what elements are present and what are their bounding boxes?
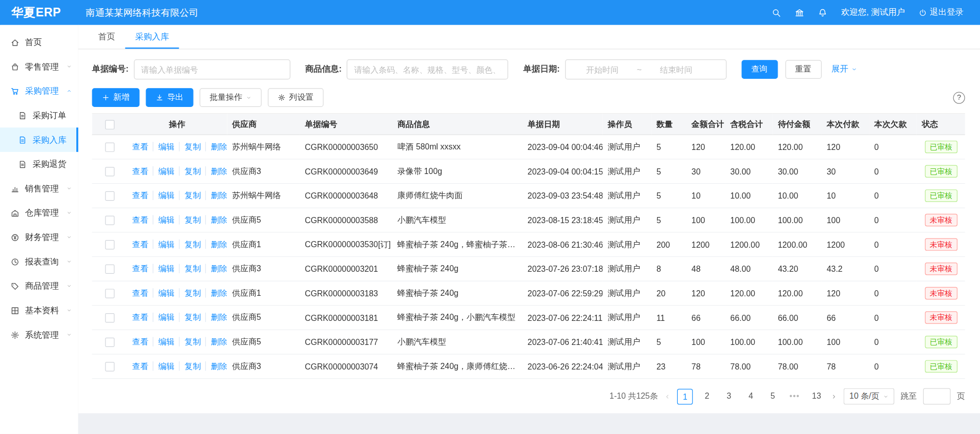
sidebar-item-retail[interactable]: 零售管理 bbox=[0, 54, 78, 79]
expand-link[interactable]: 展开 bbox=[831, 64, 857, 75]
delete-link[interactable]: 删除 bbox=[205, 337, 227, 346]
row-checkbox[interactable] bbox=[105, 215, 114, 225]
page-button-last[interactable]: 13 bbox=[809, 388, 825, 404]
copy-link[interactable]: 复制 bbox=[179, 361, 201, 371]
edit-link[interactable]: 编辑 bbox=[153, 166, 175, 176]
export-button[interactable]: 导出 bbox=[146, 88, 194, 107]
tab-home[interactable]: 首页 bbox=[88, 25, 125, 49]
copy-link[interactable]: 复制 bbox=[179, 337, 201, 346]
next-page-button[interactable] bbox=[830, 393, 837, 400]
batch-actions-button[interactable]: 批量操作 bbox=[200, 88, 262, 107]
logout-button[interactable]: 退出登录 bbox=[919, 7, 964, 18]
cell-paid: 66 bbox=[822, 306, 869, 330]
row-checkbox[interactable] bbox=[105, 362, 114, 371]
view-link[interactable]: 查看 bbox=[132, 142, 149, 151]
row-checkbox[interactable] bbox=[105, 289, 114, 298]
row-checkbox[interactable] bbox=[105, 240, 114, 249]
row-checkbox[interactable] bbox=[105, 191, 114, 201]
cell-operator: 测试用户 bbox=[602, 135, 651, 159]
page-ellipsis[interactable]: ••• bbox=[787, 388, 803, 404]
copy-link[interactable]: 复制 bbox=[179, 288, 201, 297]
row-checkbox[interactable] bbox=[105, 143, 114, 152]
reset-button[interactable]: 重置 bbox=[785, 60, 821, 79]
sidebar-item-basic-data[interactable]: 基本资料 bbox=[0, 298, 78, 323]
view-link[interactable]: 查看 bbox=[132, 166, 149, 176]
delete-link[interactable]: 删除 bbox=[205, 142, 227, 151]
edit-link[interactable]: 编辑 bbox=[153, 264, 175, 273]
sidebar-item-home[interactable]: 首页 bbox=[0, 30, 78, 55]
view-link[interactable]: 查看 bbox=[132, 337, 149, 346]
date-range-picker[interactable]: ~ bbox=[565, 59, 726, 79]
sidebar-item-report[interactable]: 报表查询 bbox=[0, 249, 78, 274]
copy-link[interactable]: 复制 bbox=[179, 142, 201, 151]
select-all-checkbox[interactable] bbox=[105, 120, 114, 129]
help-icon[interactable]: ? bbox=[953, 92, 965, 103]
copy-link[interactable]: 复制 bbox=[179, 166, 201, 176]
page-button-3[interactable]: 3 bbox=[721, 388, 737, 404]
delete-link[interactable]: 删除 bbox=[205, 191, 227, 200]
edit-link[interactable]: 编辑 bbox=[153, 240, 175, 249]
goods-input[interactable] bbox=[347, 59, 508, 79]
edit-link[interactable]: 编辑 bbox=[153, 313, 175, 322]
view-link[interactable]: 查看 bbox=[132, 240, 149, 249]
cell-unpaid: 120.00 bbox=[773, 135, 822, 159]
sidebar-item-purchase-order[interactable]: 采购订单 bbox=[0, 103, 78, 128]
sidebar-item-warehouse[interactable]: 仓库管理 bbox=[0, 201, 78, 225]
copy-link[interactable]: 复制 bbox=[179, 264, 201, 273]
delete-link[interactable]: 删除 bbox=[205, 166, 227, 176]
copy-link[interactable]: 复制 bbox=[179, 191, 201, 200]
edit-link[interactable]: 编辑 bbox=[153, 215, 175, 224]
view-link[interactable]: 查看 bbox=[132, 361, 149, 371]
copy-link[interactable]: 复制 bbox=[179, 215, 201, 224]
date-start-input[interactable] bbox=[570, 64, 634, 74]
delete-link[interactable]: 删除 bbox=[205, 361, 227, 371]
edit-link[interactable]: 编辑 bbox=[153, 191, 175, 200]
row-checkbox[interactable] bbox=[105, 265, 114, 274]
view-link[interactable]: 查看 bbox=[132, 215, 149, 224]
view-link[interactable]: 查看 bbox=[132, 313, 149, 322]
row-checkbox[interactable] bbox=[105, 313, 114, 322]
sidebar-item-goods[interactable]: 商品管理 bbox=[0, 274, 78, 298]
page-button-5[interactable]: 5 bbox=[765, 388, 781, 404]
sidebar-item-finance[interactable]: 财务管理 bbox=[0, 225, 78, 250]
date-end-input[interactable] bbox=[644, 64, 708, 74]
delete-link[interactable]: 删除 bbox=[205, 288, 227, 297]
row-actions: 查看编辑复制删除 bbox=[127, 135, 227, 159]
copy-link[interactable]: 复制 bbox=[179, 240, 201, 249]
add-button[interactable]: 新增 bbox=[92, 88, 140, 107]
page-button-2[interactable]: 2 bbox=[699, 388, 715, 404]
edit-link[interactable]: 编辑 bbox=[153, 142, 175, 151]
sidebar-item-purchase[interactable]: 采购管理 bbox=[0, 79, 78, 103]
edit-link[interactable]: 编辑 bbox=[153, 337, 175, 346]
view-link[interactable]: 查看 bbox=[132, 191, 149, 200]
delete-link[interactable]: 删除 bbox=[205, 215, 227, 224]
column-settings-button[interactable]: 列设置 bbox=[268, 88, 324, 107]
delete-link[interactable]: 删除 bbox=[205, 264, 227, 273]
jump-page-input[interactable] bbox=[923, 388, 951, 405]
view-link[interactable]: 查看 bbox=[132, 288, 149, 297]
edit-link[interactable]: 编辑 bbox=[153, 288, 175, 297]
sidebar-item-sale[interactable]: 销售管理 bbox=[0, 176, 78, 201]
pagination: 1-10 共125条 1 2 3 4 5 ••• 13 bbox=[92, 379, 965, 404]
row-checkbox[interactable] bbox=[105, 167, 114, 176]
search-button[interactable]: 查询 bbox=[741, 60, 778, 79]
sidebar-item-purchase-return[interactable]: 采购退货 bbox=[0, 152, 78, 177]
delete-link[interactable]: 删除 bbox=[205, 313, 227, 322]
cell-operator: 测试用户 bbox=[602, 354, 651, 379]
bell-icon[interactable] bbox=[818, 8, 827, 17]
sidebar-item-system[interactable]: 系统管理 bbox=[0, 322, 78, 347]
sidebar-item-purchase-in[interactable]: 采购入库 bbox=[0, 127, 78, 152]
copy-link[interactable]: 复制 bbox=[179, 313, 201, 322]
prev-page-button[interactable] bbox=[664, 393, 671, 400]
view-link[interactable]: 查看 bbox=[132, 264, 149, 273]
delete-link[interactable]: 删除 bbox=[205, 240, 227, 249]
row-checkbox[interactable] bbox=[105, 338, 114, 347]
page-button-1[interactable]: 1 bbox=[677, 388, 693, 404]
search-icon[interactable] bbox=[772, 8, 781, 17]
page-size-select[interactable]: 10 条/页 bbox=[844, 388, 894, 405]
bill-no-input[interactable] bbox=[134, 59, 290, 79]
bank-icon[interactable] bbox=[795, 8, 804, 17]
page-button-4[interactable]: 4 bbox=[743, 388, 759, 404]
tab-purchase-in[interactable]: 采购入库 bbox=[125, 25, 179, 49]
edit-link[interactable]: 编辑 bbox=[153, 361, 175, 371]
